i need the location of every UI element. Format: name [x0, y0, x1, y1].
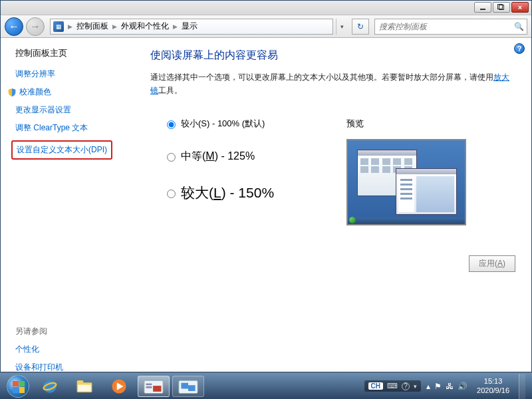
- back-button[interactable]: ←: [5, 17, 23, 36]
- content-pane: ? 使阅读屏幕上的内容更容易 通过选择其中一个选项，可以更改屏幕上的文本大小以及…: [134, 38, 531, 372]
- sidebar-item-cleartype[interactable]: 调整 ClearType 文本: [15, 122, 127, 134]
- show-desktop-button[interactable]: [519, 374, 525, 399]
- sidebar-home-link[interactable]: 控制面板主页: [15, 47, 127, 59]
- help-icon[interactable]: ?: [514, 43, 525, 54]
- dpi-label-large: 较大(L) - 150%: [181, 184, 274, 202]
- svg-rect-3: [77, 380, 84, 384]
- sidebar-item-custom-dpi[interactable]: 设置自定义文本大小(DPI): [11, 140, 112, 160]
- search-icon[interactable]: 🔍: [514, 22, 524, 31]
- taskbar-clock[interactable]: 15:13 2020/9/16: [473, 377, 513, 394]
- svg-rect-8: [153, 386, 161, 392]
- crumb-leaf[interactable]: 显示: [182, 21, 198, 32]
- svg-rect-13: [188, 385, 196, 391]
- restore-button[interactable]: [493, 2, 510, 13]
- crumb-root[interactable]: 控制面板: [76, 21, 108, 32]
- refresh-button[interactable]: ↻: [352, 19, 369, 35]
- preview-image: [346, 139, 466, 225]
- ime-keyboard-icon[interactable]: ⌨: [387, 382, 398, 390]
- preview-label: 预览: [346, 118, 515, 130]
- page-heading: 使阅读屏幕上的内容更容易: [150, 49, 515, 63]
- sidebar-item-resolution[interactable]: 调整分辨率: [15, 68, 127, 80]
- forward-button[interactable]: →: [26, 17, 45, 36]
- crumb-sep-icon: ▶: [68, 23, 72, 30]
- address-dropdown-button[interactable]: ▾: [336, 19, 348, 35]
- sidebar-item-calibrate[interactable]: 校准颜色: [19, 86, 51, 98]
- minimize-button[interactable]: [474, 2, 491, 13]
- svg-rect-4: [78, 384, 91, 391]
- navigation-bar: ← → ▦ ▶ 控制面板 ▶ 外观和个性化 ▶ 显示 ▾ ↻ 🔍: [1, 15, 531, 38]
- dpi-radio-medium[interactable]: [167, 153, 176, 162]
- ime-help-icon[interactable]: ?: [402, 382, 410, 390]
- taskbar-active-app-1[interactable]: [138, 376, 170, 397]
- taskbar-explorer-icon[interactable]: [68, 376, 100, 397]
- svg-rect-10: [146, 386, 152, 388]
- search-box[interactable]: 🔍: [374, 19, 527, 35]
- clock-date: 2020/9/16: [477, 386, 509, 395]
- control-panel-icon: ▦: [53, 21, 64, 32]
- tray-volume-icon[interactable]: 🔊: [458, 382, 467, 391]
- sidebar-seealso-personalization[interactable]: 个性化: [15, 344, 127, 355]
- language-bar[interactable]: CH ⌨ ? ▾: [364, 380, 421, 392]
- crumb-sep-icon: ▶: [173, 23, 178, 30]
- sidebar: 控制面板主页 调整分辨率 校准颜色 更改显示器设置 调整 ClearType 文…: [1, 38, 134, 372]
- dpi-option-small[interactable]: 较小(S) - 100% (默认): [164, 118, 342, 130]
- dpi-options: 较小(S) - 100% (默认) 中等(M) - 125% 较大(L) - 1…: [150, 118, 342, 225]
- svg-rect-9: [146, 383, 152, 385]
- crumb-mid[interactable]: 外观和个性化: [121, 21, 169, 32]
- apply-button[interactable]: 应用(A): [469, 255, 515, 272]
- search-input[interactable]: [378, 21, 514, 32]
- taskbar-active-app-2[interactable]: [172, 376, 204, 397]
- tray-action-center-icon[interactable]: ⚑: [434, 382, 442, 391]
- close-button[interactable]: ×: [511, 2, 529, 13]
- dpi-option-large[interactable]: 较大(L) - 150%: [164, 184, 342, 202]
- dpi-radio-small[interactable]: [167, 120, 176, 129]
- ime-menu-chevron-icon[interactable]: ▾: [414, 383, 417, 390]
- tray-network-icon[interactable]: 🖧: [446, 382, 454, 391]
- desc-text: 通过选择其中一个选项，可以更改屏幕上的文本大小以及其他项。若要暂时放大部分屏幕，…: [150, 72, 493, 82]
- sidebar-item-display-settings[interactable]: 更改显示器设置: [15, 104, 127, 116]
- taskbar-wmp-icon[interactable]: [103, 376, 135, 397]
- crumb-sep-icon: ▶: [112, 23, 117, 30]
- tray-overflow-icon[interactable]: ▴: [426, 382, 430, 391]
- svg-rect-12: [181, 382, 188, 388]
- page-description: 通过选择其中一个选项，可以更改屏幕上的文本大小以及其他项。若要暂时放大部分屏幕，…: [150, 70, 515, 98]
- address-breadcrumb[interactable]: ▦ ▶ 控制面板 ▶ 外观和个性化 ▶ 显示: [50, 19, 333, 35]
- shield-icon: [7, 88, 17, 97]
- sidebar-seealso-header: 另请参阅: [15, 326, 127, 337]
- taskbar-ie-icon[interactable]: [34, 376, 66, 397]
- dpi-option-medium[interactable]: 中等(M) - 125%: [164, 150, 342, 164]
- desc-text-tail: 工具。: [158, 86, 182, 95]
- dpi-radio-large[interactable]: [167, 190, 176, 198]
- taskbar: CH ⌨ ? ▾ ▴ ⚑ 🖧 🔊 15:13 2020/9/16: [0, 372, 532, 399]
- dpi-label-small: 较小(S) - 100% (默认): [181, 118, 265, 130]
- clock-time: 15:13: [477, 377, 509, 386]
- sidebar-seealso-devices[interactable]: 设备和打印机: [15, 362, 127, 373]
- window-titlebar: ×: [1, 1, 531, 15]
- dpi-label-medium: 中等(M) - 125%: [181, 150, 255, 164]
- language-indicator[interactable]: CH: [368, 382, 383, 390]
- start-button[interactable]: [4, 375, 32, 398]
